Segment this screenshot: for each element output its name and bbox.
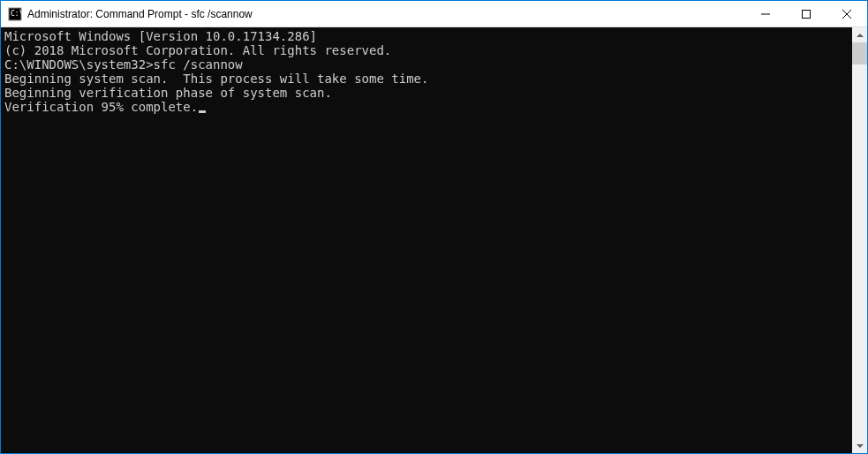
console-line: C:\WINDOWS\system32>sfc /scannow	[4, 57, 849, 72]
chevron-down-icon	[857, 444, 864, 448]
console-area: Microsoft Windows [Version 10.0.17134.28…	[1, 27, 867, 453]
console-line: Beginning verification phase of system s…	[4, 86, 849, 100]
svg-text:C:\: C:\	[11, 10, 22, 18]
close-icon	[842, 10, 851, 19]
maximize-icon	[802, 10, 811, 19]
maximize-button[interactable]	[786, 1, 826, 26]
app-icon: C:\	[8, 7, 22, 21]
titlebar[interactable]: C:\ Administrator: Command Prompt - sfc …	[1, 1, 867, 27]
command-prompt-window: C:\ Administrator: Command Prompt - sfc …	[0, 0, 868, 454]
minimize-icon	[761, 10, 770, 19]
console-line: Beginning system scan. This process will…	[4, 72, 849, 86]
console-line: (c) 2018 Microsoft Corporation. All righ…	[4, 43, 849, 57]
scrollbar-track[interactable]	[852, 42, 867, 438]
svg-rect-3	[803, 10, 811, 18]
chevron-up-icon	[857, 34, 864, 37]
scrollbar-down-button[interactable]	[852, 438, 867, 453]
window-controls	[745, 1, 867, 26]
minimize-button[interactable]	[745, 1, 786, 26]
console-line: Verification 95% complete.	[4, 100, 849, 114]
scrollbar-thumb[interactable]	[852, 42, 867, 64]
console-output[interactable]: Microsoft Windows [Version 10.0.17134.28…	[1, 27, 852, 453]
text-cursor	[199, 110, 206, 113]
scrollbar-up-button[interactable]	[852, 27, 867, 42]
vertical-scrollbar[interactable]	[852, 27, 867, 453]
close-button[interactable]	[826, 1, 867, 26]
window-title: Administrator: Command Prompt - sfc /sca…	[27, 8, 745, 20]
console-line: Microsoft Windows [Version 10.0.17134.28…	[4, 29, 849, 43]
